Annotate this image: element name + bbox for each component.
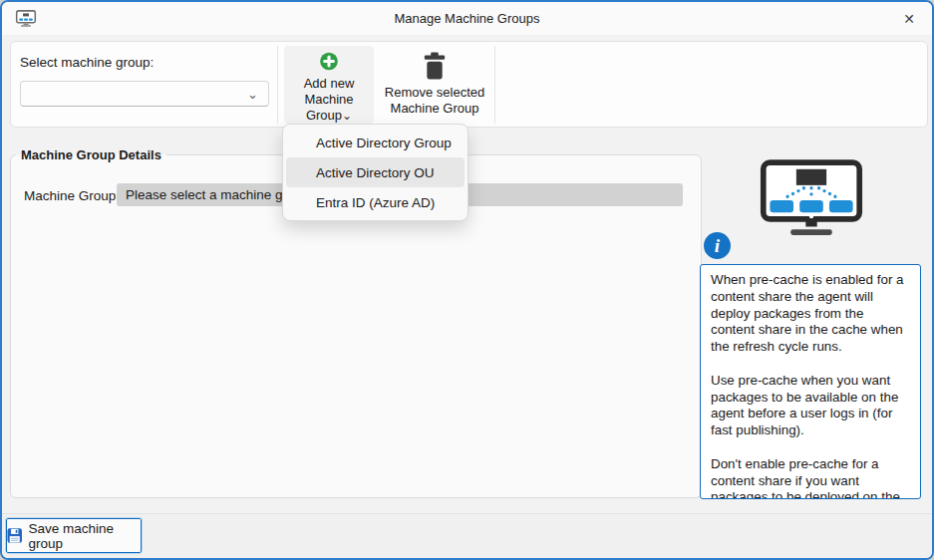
- manage-machine-groups-dialog: Manage Machine Groups ✕ Select machine g…: [0, 0, 934, 560]
- machine-group-diagram-icon: [760, 157, 863, 243]
- add-button-label: Add new Machine Group⌄: [284, 76, 374, 124]
- remove-button-label: Remove selected Machine Group: [385, 85, 484, 117]
- toolbar-separator: [277, 46, 278, 124]
- select-machine-group-label: Select machine group:: [20, 55, 154, 70]
- footer-bar: Save machine group: [2, 513, 932, 558]
- save-button-label: Save machine group: [28, 521, 141, 551]
- menu-item-active-directory-group[interactable]: Active Directory Group: [286, 128, 465, 157]
- info-paragraph: When pre-cache is enabled for a content …: [711, 272, 910, 356]
- window-title: Manage Machine Groups: [2, 2, 932, 35]
- info-icon: i: [704, 232, 731, 259]
- add-machine-group-menu: Active Directory Group Active Directory …: [282, 124, 468, 221]
- add-machine-group-button[interactable]: Add new Machine Group⌄: [284, 46, 374, 124]
- menu-item-active-directory-ou[interactable]: Active Directory OU: [286, 157, 465, 187]
- groupbox-title: Machine Group Details: [16, 147, 166, 162]
- toolbar: Select machine group: ⌄ Add new Machine …: [10, 41, 928, 128]
- remove-machine-group-button[interactable]: Remove selected Machine Group: [378, 46, 491, 124]
- info-paragraph: Don't enable pre-cache for a content sha…: [711, 456, 910, 499]
- close-icon[interactable]: ✕: [892, 2, 926, 35]
- chevron-down-icon: ⌄: [247, 88, 258, 101]
- save-floppy-icon: [7, 527, 22, 544]
- toolbar-separator: [494, 46, 495, 124]
- machine-group-combobox[interactable]: ⌄: [20, 81, 269, 107]
- trash-icon: [422, 52, 448, 80]
- menu-item-entra-id[interactable]: Entra ID (Azure AD): [286, 187, 465, 217]
- chevron-down-icon: ⌄: [342, 109, 352, 123]
- pre-cache-info-box: When pre-cache is enabled for a content …: [700, 264, 921, 499]
- info-paragraph: Use pre-cache when you want packages to …: [711, 373, 910, 439]
- machine-group-field-label: Machine Group:: [24, 188, 120, 203]
- title-bar: Manage Machine Groups ✕: [2, 2, 932, 35]
- add-plus-icon: [315, 52, 343, 71]
- save-machine-group-button[interactable]: Save machine group: [6, 518, 142, 553]
